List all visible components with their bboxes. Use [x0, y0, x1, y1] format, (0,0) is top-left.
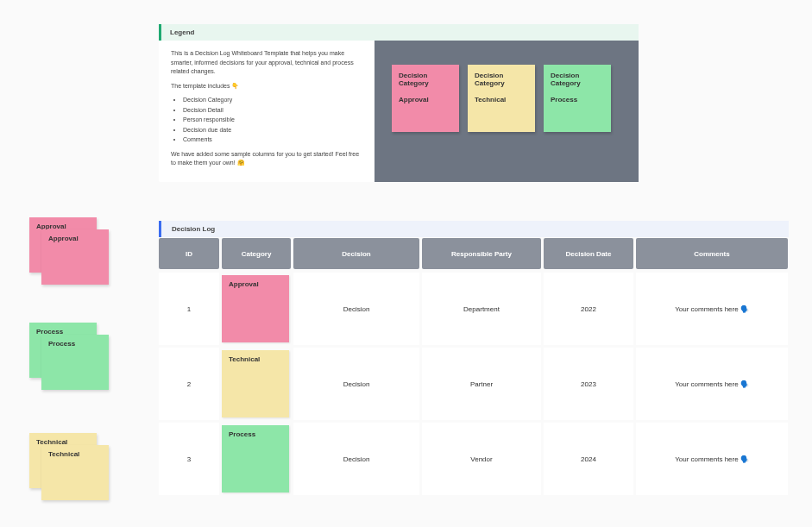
column-header-responsible: Responsible Party	[422, 238, 541, 269]
cell-comments[interactable]: Your comments here 🗣️	[636, 273, 788, 345]
cell-responsible[interactable]: Vendor	[422, 423, 541, 495]
legend-bullet: Decision Detail	[183, 106, 362, 116]
table-row[interactable]: 1 Approval Decision Department 2022 Your…	[159, 273, 789, 345]
cell-responsible[interactable]: Department	[422, 273, 541, 345]
cell-comments[interactable]: Your comments here 🗣️	[636, 348, 788, 420]
legend-bullet: Decision Category	[183, 96, 362, 105]
cell-comments[interactable]: Your comments here 🗣️	[636, 423, 788, 495]
column-header-decision: Decision	[293, 238, 419, 269]
whiteboard-canvas[interactable]: Legend This is a Decision Log Whiteboard…	[0, 0, 812, 527]
legend-card-technical[interactable]: Decision Category Technical	[468, 65, 535, 132]
legend-bullet: Decision due date	[183, 126, 362, 135]
sticky-label: Technical	[48, 450, 79, 458]
column-header-date: Decision Date	[544, 238, 633, 269]
sticky-note[interactable]: Process	[41, 335, 109, 390]
cell-decision[interactable]: Decision	[293, 273, 419, 345]
cell-category[interactable]: Approval	[222, 273, 291, 345]
legend-card-heading: Decision Category	[399, 72, 452, 87]
cell-category[interactable]: Technical	[222, 348, 291, 420]
legend-title: Legend	[159, 24, 639, 41]
column-header-comments: Comments	[636, 238, 788, 269]
cell-id[interactable]: 3	[159, 423, 219, 495]
legend-cards-area: Decision Category Approval Decision Cate…	[375, 41, 639, 182]
sticky-note[interactable]: Technical	[41, 445, 109, 500]
cell-id[interactable]: 2	[159, 348, 219, 420]
cell-date[interactable]: 2023	[544, 348, 633, 420]
legend-card-approval[interactable]: Decision Category Approval	[392, 65, 459, 132]
decision-log-table: ID Category Decision Responsible Party D…	[159, 238, 789, 498]
legend-bullet: Person responsible	[183, 116, 362, 125]
legend-card-process[interactable]: Decision Category Process	[544, 65, 611, 132]
table-row[interactable]: 2 Technical Decision Partner 2023 Your c…	[159, 348, 789, 420]
table-header-row: ID Category Decision Responsible Party D…	[159, 238, 789, 269]
legend-intro: This is a Decision Log Whiteboard Templa…	[171, 49, 362, 77]
legend-bullet: Comments	[183, 135, 362, 145]
decision-log-title: Decision Log	[159, 221, 789, 237]
cell-date[interactable]: 2022	[544, 273, 633, 345]
sticky-note[interactable]: Approval	[41, 229, 109, 285]
legend-card-label: Approval	[399, 96, 429, 104]
column-header-category: Category	[222, 238, 291, 269]
table-row[interactable]: 3 Process Decision Vendor 2024 Your comm…	[159, 423, 789, 495]
cell-decision[interactable]: Decision	[293, 348, 419, 420]
category-sticky[interactable]: Approval	[222, 275, 289, 342]
legend-card-heading: Decision Category	[551, 72, 604, 87]
legend-body: This is a Decision Log Whiteboard Templa…	[159, 41, 639, 182]
cell-id[interactable]: 1	[159, 273, 219, 345]
legend-bullet-list: Decision Category Decision Detail Person…	[183, 96, 362, 145]
legend-card-label: Process	[551, 96, 577, 104]
legend-card-heading: Decision Category	[475, 72, 528, 87]
category-sticky[interactable]: Technical	[222, 350, 289, 417]
category-sticky[interactable]: Process	[222, 425, 289, 492]
sticky-label: Approval	[48, 235, 79, 242]
cell-responsible[interactable]: Partner	[422, 348, 541, 420]
legend-panel: Legend This is a Decision Log Whiteboard…	[159, 24, 639, 182]
column-header-id: ID	[159, 238, 219, 269]
legend-outro: We have added some sample columns for yo…	[171, 150, 362, 168]
legend-text: This is a Decision Log Whiteboard Templa…	[159, 41, 375, 182]
cell-category[interactable]: Process	[222, 423, 291, 495]
cell-date[interactable]: 2024	[544, 423, 633, 495]
legend-card-label: Technical	[475, 96, 506, 104]
legend-includes-label: The template includes 👇	[171, 82, 362, 91]
cell-decision[interactable]: Decision	[293, 423, 419, 495]
sticky-label: Process	[48, 340, 75, 348]
